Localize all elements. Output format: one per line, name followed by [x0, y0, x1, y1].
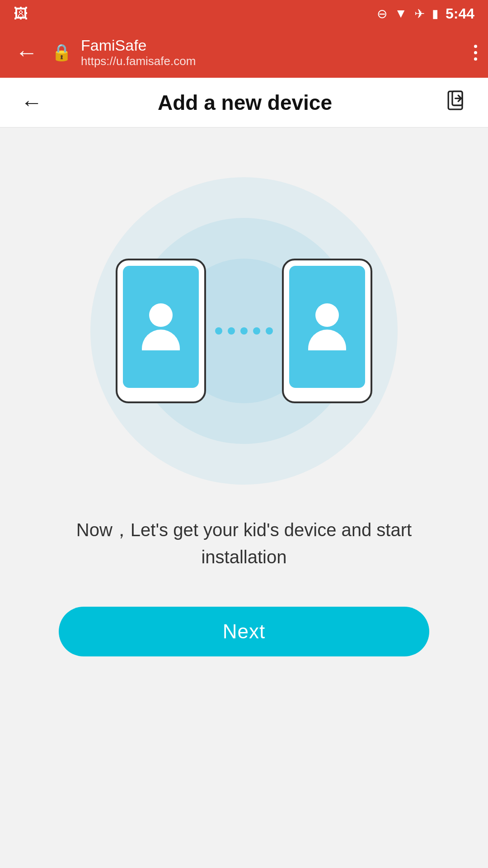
page-back-button[interactable]: ←	[16, 87, 47, 118]
status-bar-left: 🖼	[14, 5, 28, 22]
wifi-icon: ▼	[394, 6, 407, 21]
right-phone	[282, 259, 372, 403]
dot-5	[266, 327, 273, 335]
airplane-icon: ✈	[414, 6, 425, 21]
left-phone-screen	[123, 266, 199, 388]
connection-dots	[215, 327, 273, 335]
left-phone	[116, 259, 206, 403]
right-phone-screen	[289, 266, 365, 388]
dot-3	[240, 327, 248, 335]
left-person-icon	[142, 303, 180, 350]
share-icon	[447, 90, 467, 110]
dot-1	[215, 327, 222, 335]
browser-back-button[interactable]: ←	[11, 35, 42, 70]
phone-home-bar	[117, 393, 204, 401]
dot-2	[228, 327, 235, 335]
lock-icon: 🔒	[52, 43, 72, 62]
person-body	[142, 330, 180, 350]
browser-url-info: FamiSafe https://u.famisafe.com	[81, 37, 465, 68]
dot-4	[253, 327, 260, 335]
browser-app-name: FamiSafe	[81, 37, 465, 54]
browser-bar: ← 🔒 FamiSafe https://u.famisafe.com	[0, 27, 488, 78]
person-head	[149, 303, 173, 327]
person-body-right	[308, 330, 346, 350]
main-content: Now，Let's get your kid's device and star…	[0, 127, 488, 868]
status-time: 5:44	[446, 5, 474, 22]
status-bar: 🖼 ⊖ ▼ ✈ ▮ 5:44	[0, 0, 488, 27]
page-header: ← Add a new device	[0, 78, 488, 127]
phones-container	[116, 259, 372, 403]
person-head-right	[315, 303, 339, 327]
status-bar-right: ⊖ ▼ ✈ ▮ 5:44	[377, 5, 474, 22]
browser-url: https://u.famisafe.com	[81, 54, 465, 68]
minus-circle-icon: ⊖	[377, 6, 387, 21]
description-text: Now，Let's get your kid's device and star…	[68, 516, 420, 571]
illustration-wrapper	[86, 173, 402, 489]
next-button[interactable]: Next	[59, 607, 429, 656]
browser-menu-button[interactable]	[474, 45, 477, 61]
phone-home-bar-right	[284, 393, 371, 401]
page-title: Add a new device	[158, 90, 332, 115]
photo-icon: 🖼	[14, 5, 28, 22]
share-button[interactable]	[443, 86, 472, 119]
battery-icon: ▮	[432, 7, 438, 21]
right-person-icon	[308, 303, 346, 350]
